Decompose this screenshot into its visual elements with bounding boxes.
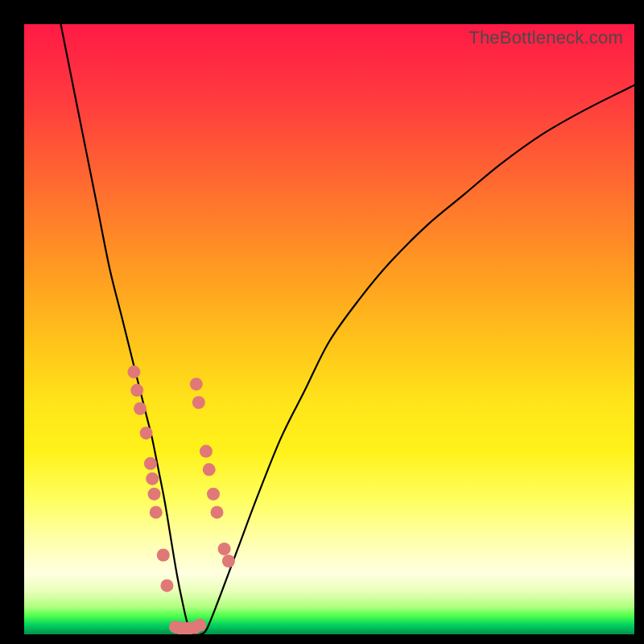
marker-dot <box>157 549 170 562</box>
markers-right-group <box>190 378 235 568</box>
marker-dot <box>184 621 196 634</box>
markers-bottom-group <box>169 619 206 634</box>
marker-dot <box>174 621 187 634</box>
marker-dot <box>146 473 159 485</box>
marker-dot <box>144 457 157 470</box>
marker-dot <box>179 621 192 634</box>
marker-dot <box>130 384 143 397</box>
marker-dot <box>150 506 163 518</box>
chart-frame: TheBottleneck.com <box>0 0 644 644</box>
bottleneck-curve <box>61 24 635 634</box>
marker-dot <box>169 621 182 634</box>
marker-dot <box>188 621 201 634</box>
marker-dot <box>134 402 147 415</box>
marker-dot <box>127 365 140 378</box>
marker-dot <box>190 378 203 390</box>
marker-dot <box>140 427 153 440</box>
marker-dot <box>203 463 216 476</box>
marker-dot <box>148 488 161 501</box>
marker-dot <box>211 506 224 518</box>
curve-group <box>61 24 635 634</box>
marker-dot <box>207 488 220 501</box>
marker-dot <box>200 445 213 458</box>
marker-dot <box>160 579 173 592</box>
marker-dot <box>222 555 235 568</box>
marker-dot <box>192 396 205 409</box>
chart-svg <box>24 24 634 634</box>
marker-dot <box>193 619 206 632</box>
marker-dot <box>218 543 231 555</box>
plot-area: TheBottleneck.com <box>24 24 634 634</box>
markers-left-group <box>127 365 173 592</box>
watermark-text: TheBottleneck.com <box>469 27 623 48</box>
